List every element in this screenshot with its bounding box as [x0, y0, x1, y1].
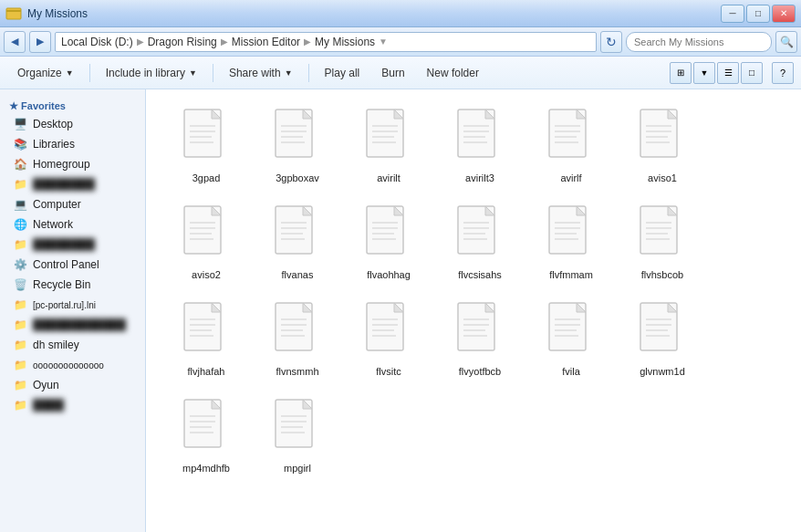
sidebar-item-computer[interactable]: 💻 Computer [0, 194, 145, 214]
file-name: flvfmmam [549, 269, 593, 280]
file-item-flvaohhag[interactable]: flvaohhag [343, 195, 434, 287]
file-name: aviso1 [648, 172, 677, 183]
path-dropdown-arrow[interactable]: ▼ [379, 37, 388, 47]
share-dropdown-icon: ▼ [285, 68, 293, 78]
file-item-flvcsisahs[interactable]: flvcsisahs [434, 195, 525, 287]
help-button[interactable]: ? [772, 62, 794, 84]
sidebar-item-recycle-bin[interactable]: 🗑️ Recycle Bin [0, 275, 145, 295]
sidebar-item-blurred1[interactable]: 📁 ████████ [0, 174, 145, 194]
maximize-button[interactable]: □ [746, 5, 770, 23]
file-item-avirlf[interactable]: avirlf [525, 99, 617, 190]
file-name: fvila [562, 366, 580, 377]
file-item-flvnsmmh[interactable]: flvnsmmh [252, 292, 343, 383]
file-item-mp4mdhfb[interactable]: mp4mdhfb [161, 389, 252, 480]
refresh-button[interactable]: ↻ [600, 31, 622, 53]
search-box[interactable] [626, 32, 772, 52]
path-segment-1[interactable]: Local Disk (D:) [61, 36, 133, 48]
computer-icon: 💻 [13, 197, 27, 212]
file-name: glvnwm1d [640, 366, 685, 377]
address-path[interactable]: Local Disk (D:) ▶ Dragon Rising ▶ Missio… [55, 32, 597, 52]
file-area: 3gpad 3gpboxav [146, 89, 801, 532]
file-item-flvfmmam[interactable]: flvfmmam [525, 195, 617, 287]
share-with-button[interactable]: Share with ▼ [219, 61, 303, 85]
sidebar-item-desktop[interactable]: 🖥️ Desktop [0, 114, 145, 134]
sidebar-item-blurred1-label: ████████ [33, 178, 95, 191]
toolbar: Organize ▼ Include in library ▼ Share wi… [0, 57, 801, 89]
path-segment-2[interactable]: Dragon Rising [148, 36, 217, 48]
organize-label: Organize [17, 67, 62, 79]
files-grid: 3gpad 3gpboxav [161, 99, 786, 480]
view-buttons: ⊞ ▼ ☰ □ ? [670, 62, 794, 84]
back-button[interactable]: ◀ [4, 31, 26, 53]
file-item-flvyotfbcb[interactable]: flvyotfbcb [434, 292, 525, 383]
file-icon [268, 105, 327, 171]
file-item-mpgirl[interactable]: mpgirl [252, 389, 343, 480]
path-sep-3: ▶ [304, 37, 311, 47]
include-dropdown-icon: ▼ [189, 68, 197, 78]
file-icon [268, 298, 327, 364]
file-item-avirilt[interactable]: avirilt [343, 99, 434, 190]
search-button[interactable]: 🔍 [775, 31, 797, 53]
file-item-3gpad[interactable]: 3gpad [161, 99, 252, 190]
file-icon [359, 105, 418, 171]
sidebar-item-pc-portal[interactable]: 📁 [pc-portal.ru].lni [0, 295, 145, 315]
recycle-bin-icon: 🗑️ [13, 277, 27, 292]
network-icon: 🌐 [13, 217, 27, 232]
address-bar: ◀ ▶ Local Disk (D:) ▶ Dragon Rising ▶ Mi… [0, 27, 801, 57]
search-input[interactable] [634, 37, 764, 47]
sidebar-item-homegroup-label: Homegroup [33, 158, 90, 171]
play-all-button[interactable]: Play all [315, 61, 370, 85]
organize-button[interactable]: Organize ▼ [7, 61, 84, 85]
file-icon [268, 202, 327, 267]
sidebar-item-ooo[interactable]: 📁 oooooooooooooo [0, 355, 145, 375]
file-name: flvcsisahs [458, 269, 502, 280]
sidebar-item-blurred3[interactable]: 📁 ████████████ [0, 315, 145, 335]
file-icon [451, 105, 509, 171]
svg-rect-0 [6, 8, 21, 19]
sidebar-item-network[interactable]: 🌐 Network [0, 214, 145, 235]
view-details-button[interactable]: ☰ [717, 62, 739, 84]
sidebar-item-oyun[interactable]: 📁 Oyun [0, 375, 145, 395]
path-segment-3[interactable]: Mission Editor [232, 36, 300, 48]
path-segment-4[interactable]: My Missions [315, 36, 375, 48]
main-layout: ★ Favorites 🖥️ Desktop 📚 Libraries 🏠 Hom… [0, 89, 801, 532]
sidebar-item-homegroup[interactable]: 🏠 Homegroup [0, 154, 145, 174]
file-icon [359, 298, 418, 364]
new-folder-button[interactable]: New folder [417, 61, 489, 85]
sidebar-item-oyun-label: Oyun [33, 379, 59, 391]
toolbar-separator-1 [89, 64, 90, 82]
file-item-flvsitc[interactable]: flvsitc [343, 292, 434, 383]
oyun-icon: 📁 [13, 378, 27, 392]
include-library-button[interactable]: Include in library ▼ [96, 61, 207, 85]
file-item-avirilt3[interactable]: avirilt3 [434, 99, 525, 190]
file-item-3gpboxav[interactable]: 3gpboxav [252, 99, 343, 190]
file-item-flvjhafah[interactable]: flvjhafah [161, 292, 252, 383]
file-item-fvila[interactable]: fvila [525, 292, 617, 383]
file-name: flvnsmmh [276, 366, 318, 377]
dh-smiley-icon: 📁 [13, 338, 27, 352]
view-preview-button[interactable]: □ [741, 62, 763, 84]
sidebar-item-network-label: Network [33, 218, 73, 231]
sidebar-item-blurred4[interactable]: 📁 ████ [0, 395, 145, 415]
sidebar-item-libraries[interactable]: 📚 Libraries [0, 134, 145, 154]
title-bar: My Missions ─ □ ✕ [0, 0, 801, 27]
file-item-aviso1[interactable]: aviso1 [617, 99, 708, 190]
file-item-glvnwm1d[interactable]: glvnwm1d [617, 292, 708, 383]
sidebar-item-dh-smiley[interactable]: 📁 dh smiley [0, 335, 145, 355]
file-icon [542, 202, 600, 267]
file-icon [359, 202, 418, 267]
burn-button[interactable]: Burn [371, 61, 414, 85]
file-item-aviso2[interactable]: aviso2 [161, 195, 252, 287]
file-icon [633, 202, 692, 267]
file-item-flvhsbcob[interactable]: flvhsbcob [617, 195, 708, 287]
sidebar-item-blurred2[interactable]: 📁 ████████ [0, 235, 145, 255]
file-item-flvanas[interactable]: flvanas [252, 195, 343, 287]
include-library-label: Include in library [106, 67, 185, 79]
close-button[interactable]: ✕ [772, 5, 796, 23]
view-dropdown-button[interactable]: ▼ [693, 62, 715, 84]
sidebar-item-control-panel[interactable]: ⚙️ Control Panel [0, 255, 145, 275]
folder-icon-1: 📁 [13, 177, 27, 192]
minimize-button[interactable]: ─ [721, 5, 744, 23]
forward-button[interactable]: ▶ [29, 31, 51, 53]
view-icons-button[interactable]: ⊞ [670, 62, 692, 84]
